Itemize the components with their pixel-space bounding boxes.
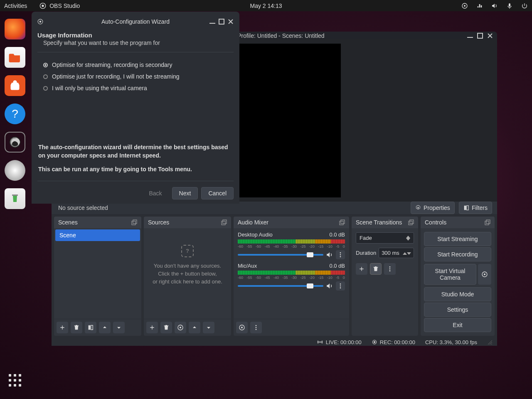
audio-mixer-panel: Audio Mixer Desktop Audio0.0 dB -60-55-5… xyxy=(234,217,349,336)
svg-rect-15 xyxy=(89,325,91,330)
svg-rect-39 xyxy=(485,221,489,225)
svg-point-3 xyxy=(464,5,466,7)
transition-select[interactable]: Fade xyxy=(356,232,414,244)
dock-help[interactable]: ? xyxy=(5,103,25,124)
source-down-button[interactable] xyxy=(203,322,214,333)
dock-trash[interactable] xyxy=(5,188,25,209)
wizard-option-streaming[interactable]: Optimise for streaming, recording is sec… xyxy=(37,59,234,71)
topbar-app[interactable]: OBS Studio xyxy=(39,2,80,9)
scenes-panel: Scenes Scene xyxy=(54,217,141,336)
audio-channel: Mic/Aux0.0 dB -60-55-50-45-40-35-30-25-2… xyxy=(234,259,349,291)
source-properties-button[interactable] xyxy=(175,322,186,333)
svg-rect-17 xyxy=(222,221,225,225)
duration-spinner[interactable]: 300 ms xyxy=(379,248,414,258)
question-icon: ? xyxy=(181,245,194,257)
power-icon[interactable] xyxy=(521,2,528,9)
dock-firefox[interactable] xyxy=(5,19,25,39)
broadcast-icon xyxy=(317,339,323,345)
scene-up-button[interactable] xyxy=(99,322,111,333)
svg-point-41 xyxy=(484,273,485,275)
transition-menu-button[interactable] xyxy=(384,263,396,275)
dock-software[interactable] xyxy=(5,75,25,96)
topbar: Activities OBS Studio May 2 14:13 xyxy=(0,0,532,11)
audio-channel-menu[interactable] xyxy=(336,250,345,259)
svg-point-38 xyxy=(389,271,391,272)
wizard-option-vcam[interactable]: I will only be using the virtual camera xyxy=(37,82,234,94)
svg-rect-21 xyxy=(340,221,343,225)
minimize-icon[interactable] xyxy=(209,19,215,25)
dock-obs[interactable] xyxy=(5,132,25,153)
audio-title: Audio Mixer xyxy=(238,219,268,226)
dock-show-apps[interactable] xyxy=(5,370,25,391)
exit-button[interactable]: Exit xyxy=(424,318,491,332)
svg-rect-14 xyxy=(133,220,137,224)
audio-menu-button[interactable] xyxy=(250,322,262,333)
add-source-button[interactable] xyxy=(146,322,158,333)
start-recording-button[interactable]: Start Recording xyxy=(424,247,491,261)
wizard-next-button[interactable]: Next xyxy=(172,187,198,200)
speaker-icon[interactable] xyxy=(326,282,333,290)
svg-rect-11 xyxy=(464,206,466,210)
filters-button[interactable]: Filters xyxy=(459,202,492,214)
volume-slider[interactable] xyxy=(238,254,323,256)
topbar-clock[interactable]: May 2 14:13 xyxy=(250,2,282,9)
speaker-icon[interactable] xyxy=(326,251,333,259)
wizard-option-recording[interactable]: Optimise just for recording, I will not … xyxy=(37,71,234,82)
resize-grip-icon[interactable] xyxy=(487,340,492,345)
svg-point-26 xyxy=(340,283,341,285)
volume-slider[interactable] xyxy=(238,285,323,287)
add-scene-button[interactable] xyxy=(57,322,68,333)
maximize-icon[interactable] xyxy=(219,19,224,25)
duration-label: Duration xyxy=(356,250,376,256)
svg-rect-12 xyxy=(466,206,468,210)
sources-empty[interactable]: ? You don't have any sources. Click the … xyxy=(144,228,231,286)
gear-icon xyxy=(415,205,421,211)
svg-point-28 xyxy=(340,288,341,289)
close-icon[interactable] xyxy=(487,33,493,39)
popout-icon[interactable] xyxy=(221,219,227,225)
start-streaming-button[interactable]: Start Streaming xyxy=(424,232,491,246)
vcam-settings-button[interactable] xyxy=(478,264,491,285)
properties-button[interactable]: Properties xyxy=(411,202,455,214)
remove-transition-button[interactable] xyxy=(370,263,382,275)
no-source-label: No source selected xyxy=(58,204,108,211)
remove-source-button[interactable] xyxy=(160,322,172,333)
radio-icon xyxy=(43,63,48,67)
start-virtual-camera-button[interactable]: Start Virtual Camera xyxy=(424,264,476,285)
svg-point-27 xyxy=(340,286,341,287)
volume-icon[interactable] xyxy=(491,2,498,9)
svg-point-47 xyxy=(39,21,42,23)
scene-down-button[interactable] xyxy=(113,322,125,333)
settings-button[interactable]: Settings xyxy=(424,303,491,317)
svg-point-36 xyxy=(389,266,391,268)
svg-point-32 xyxy=(256,327,257,328)
close-icon[interactable] xyxy=(228,19,234,25)
maximize-icon[interactable] xyxy=(477,33,483,39)
minimize-icon[interactable] xyxy=(467,33,473,39)
network-icon[interactable] xyxy=(476,2,483,9)
remove-scene-button[interactable] xyxy=(71,322,82,333)
audio-channel-menu[interactable] xyxy=(336,281,345,291)
scene-filter-button[interactable] xyxy=(85,322,96,333)
activities-button[interactable]: Activities xyxy=(4,2,27,9)
popout-icon[interactable] xyxy=(339,219,345,225)
dialog-title: Auto-Configuration Wizard xyxy=(101,18,170,25)
svg-point-19 xyxy=(180,327,181,328)
obs-tray-icon[interactable] xyxy=(461,2,468,9)
audio-meter xyxy=(238,239,345,244)
wizard-cancel-button[interactable]: Cancel xyxy=(201,187,234,200)
status-rec: REC: 00:00:00 xyxy=(372,339,415,345)
popout-icon[interactable] xyxy=(131,219,137,225)
scenes-title: Scenes xyxy=(58,219,78,226)
audio-meter xyxy=(238,271,345,275)
dock-files[interactable] xyxy=(5,47,25,68)
dock-disc[interactable] xyxy=(5,160,25,181)
add-transition-button[interactable] xyxy=(356,263,367,275)
popout-icon[interactable] xyxy=(485,219,490,225)
audio-settings-button[interactable] xyxy=(236,322,248,333)
scene-item[interactable]: Scene xyxy=(55,229,140,241)
source-up-button[interactable] xyxy=(189,322,200,333)
popout-icon[interactable] xyxy=(408,219,414,225)
studio-mode-button[interactable]: Studio Mode xyxy=(424,287,491,301)
microphone-icon[interactable] xyxy=(506,2,513,9)
